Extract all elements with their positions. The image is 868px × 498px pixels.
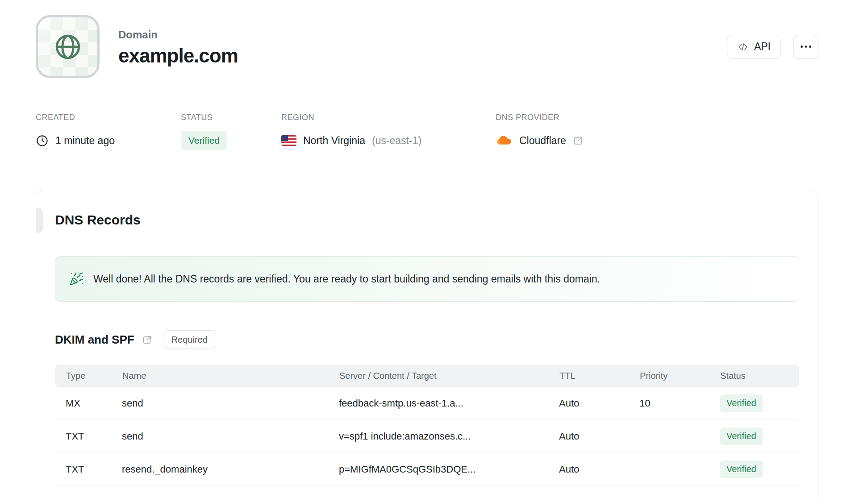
dns-provider-label: DNS PROVIDER: [496, 113, 584, 122]
cloudflare-icon: [496, 134, 513, 147]
dns-provider-value: Cloudflare: [519, 135, 566, 147]
required-badge: Required: [163, 330, 216, 349]
dns-records-card: DNS Records Well done! All the DNS recor…: [36, 189, 818, 498]
verification-success-banner: Well done! All the DNS records are verif…: [55, 256, 799, 302]
record-status-badge: Verified: [720, 394, 763, 412]
record-content[interactable]: v=spf1 include:amazonses.c...: [339, 431, 559, 442]
col-header-name: Name: [122, 371, 339, 381]
dns-records-table: Type Name Server / Content / Target TTL …: [55, 365, 799, 486]
header-actions: API: [727, 35, 818, 59]
domain-meta-row: CREATED 1 minute ago STATUS Verified REG…: [36, 113, 818, 150]
record-type: MX: [66, 398, 122, 409]
region-label: REGION: [281, 113, 496, 122]
record-ttl: Auto: [559, 431, 639, 442]
dkim-spf-section-header: DKIM and SPF Required: [55, 330, 799, 349]
more-options-button[interactable]: [793, 35, 818, 59]
dkim-spf-title: DKIM and SPF: [55, 333, 134, 347]
entity-type-label: Domain: [118, 29, 238, 41]
record-name: resend._domainkey: [122, 464, 339, 475]
status-badge: Verified: [181, 131, 227, 150]
record-name: send: [122, 398, 339, 409]
record-name: send: [122, 431, 339, 442]
record-content[interactable]: p=MIGfMA0GCSqGSIb3DQE...: [339, 464, 559, 475]
us-flag-icon: [281, 135, 296, 146]
record-priority: 10: [639, 398, 720, 409]
table-row[interactable]: TXT resend._domainkey p=MIGfMA0GCSqGSIb3…: [55, 453, 799, 486]
domain-detail-page: Domain example.com API CR: [0, 0, 868, 498]
ellipsis-icon: [801, 46, 811, 48]
col-header-ttl: TTL: [559, 371, 640, 381]
title-block: Domain example.com: [118, 27, 238, 67]
table-row[interactable]: TXT send v=spf1 include:amazonses.c... A…: [55, 420, 799, 453]
code-icon: [737, 41, 749, 53]
domain-identity: Domain example.com: [36, 15, 238, 78]
globe-icon: [53, 32, 83, 62]
created-value: 1 minute ago: [55, 135, 115, 147]
created-label: CREATED: [36, 113, 181, 122]
clock-icon: [36, 134, 49, 147]
banner-message: Well done! All the DNS records are verif…: [93, 273, 600, 285]
meta-region: REGION North Virginia (us-east-1): [281, 113, 496, 150]
region-value: North Virginia: [303, 135, 365, 147]
meta-dns-provider: DNS PROVIDER Cloudflare: [496, 113, 584, 150]
meta-created: CREATED 1 minute ago: [36, 113, 181, 150]
status-label: STATUS: [181, 113, 281, 122]
domain-avatar: [36, 15, 100, 78]
col-header-type: Type: [66, 371, 122, 381]
external-link-icon[interactable]: [142, 335, 152, 345]
record-content[interactable]: feedback-smtp.us-east-1.a...: [339, 398, 559, 409]
api-button-label: API: [754, 41, 771, 53]
record-ttl: Auto: [559, 464, 639, 475]
page-title: example.com: [118, 45, 238, 67]
record-status-badge: Verified: [720, 427, 763, 445]
record-ttl: Auto: [559, 398, 639, 409]
external-link-icon[interactable]: [573, 135, 584, 146]
record-status-badge: Verified: [720, 461, 763, 478]
section-edge-indicator: [36, 208, 43, 233]
table-header-row: Type Name Server / Content / Target TTL …: [55, 365, 799, 387]
page-header: Domain example.com API: [36, 15, 818, 78]
record-type: TXT: [66, 431, 122, 442]
col-header-content: Server / Content / Target: [339, 371, 559, 381]
meta-status: STATUS Verified: [181, 113, 281, 150]
dns-records-heading: DNS Records: [55, 212, 799, 228]
table-row[interactable]: MX send feedback-smtp.us-east-1.a... Aut…: [55, 387, 799, 420]
region-code: (us-east-1): [372, 135, 421, 147]
record-type: TXT: [66, 464, 122, 475]
party-popper-icon: [69, 272, 83, 286]
api-button[interactable]: API: [727, 35, 781, 59]
col-header-status: Status: [720, 371, 788, 381]
col-header-priority: Priority: [640, 371, 720, 381]
